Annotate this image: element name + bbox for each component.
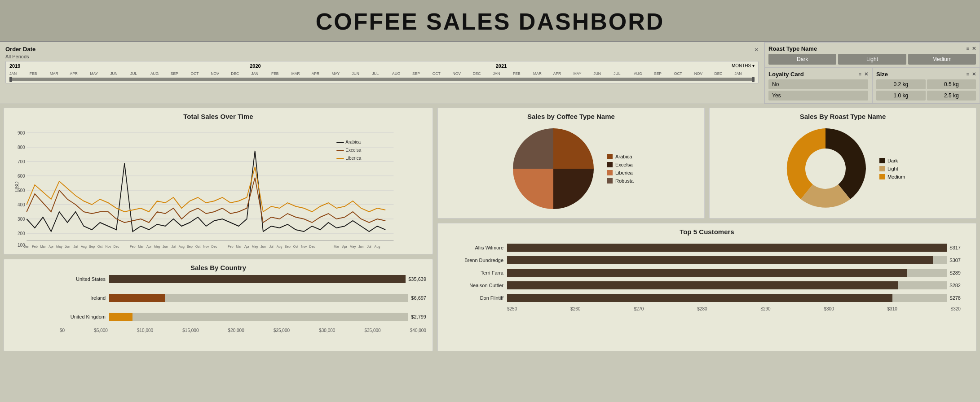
bar-rows: United States $35,639 Ireland $6,697: [60, 275, 426, 325]
svg-text:Jan: Jan: [24, 245, 29, 249]
country-uk-bar: [109, 313, 132, 321]
dashboard-title: COFFEE SALES DASHBORD: [0, 8, 980, 35]
svg-text:Sep: Sep: [187, 245, 193, 249]
svg-text:Oct: Oct: [293, 245, 299, 249]
legend-light: Light: [879, 166, 905, 171]
svg-text:Feb: Feb: [130, 245, 135, 249]
svg-text:Sep: Sep: [89, 245, 95, 249]
svg-text:Jul: Jul: [269, 245, 274, 249]
svg-text:Feb: Feb: [32, 245, 37, 249]
roast-light-btn[interactable]: Light: [838, 54, 906, 65]
roast-pie-title: Sales By Roast Type Name: [716, 113, 970, 120]
svg-text:Mar: Mar: [40, 245, 46, 249]
country-us-bar-bg: [109, 275, 406, 283]
svg-text:300: 300: [18, 216, 25, 222]
size-02-btn[interactable]: 0.2 kg: [876, 79, 926, 89]
svg-text:200: 200: [18, 231, 25, 236]
svg-text:Arabica: Arabica: [345, 139, 361, 145]
all-periods-label: All Periods: [5, 54, 759, 59]
customer-terri-name: Terri Farra: [453, 270, 507, 275]
x-axis-labels: $0 $5,000 $10,000 $15,000 $20,000 $25,00…: [60, 328, 426, 333]
customer-brenn-bar: [507, 256, 933, 264]
loyalty-filter-icon[interactable]: ≡: [859, 71, 861, 77]
size-10-btn[interactable]: 1.0 kg: [876, 91, 926, 100]
size-05-btn[interactable]: 0.5 kg: [927, 79, 976, 89]
medium-label: Medium: [887, 174, 905, 179]
arabica-label: Arabica: [615, 154, 632, 159]
bar-row-uk: United Kingdom $2,799: [60, 313, 426, 321]
roast-pie-area: Dark Light Medium: [716, 124, 970, 214]
svg-text:Jul: Jul: [367, 245, 371, 249]
size-25-btn[interactable]: 2.5 kg: [927, 91, 976, 100]
svg-text:800: 800: [18, 144, 25, 150]
customer-row-nealson: Nealson Cuttler $282: [453, 281, 961, 289]
svg-text:Nov: Nov: [105, 245, 111, 249]
country-us-value: $35,639: [408, 276, 426, 282]
size-label: Size: [876, 71, 888, 78]
roast-medium-btn[interactable]: Medium: [908, 54, 976, 65]
svg-text:Apr: Apr: [49, 245, 54, 249]
slider-right-handle[interactable]: [752, 77, 755, 82]
roast-filter-icon[interactable]: ≡: [967, 46, 969, 52]
months-button[interactable]: MONTHS ▾: [732, 63, 755, 68]
svg-text:Feb: Feb: [228, 245, 233, 249]
size-clear-icon[interactable]: ✕: [972, 71, 976, 77]
svg-text:Nov: Nov: [203, 245, 209, 249]
svg-text:Jun: Jun: [358, 245, 364, 249]
customer-allis-value: $317: [950, 245, 961, 250]
liberica-label: Liberica: [615, 170, 633, 175]
arabica-color: [607, 154, 613, 159]
svg-text:500: 500: [18, 188, 25, 193]
svg-text:Apr: Apr: [342, 245, 348, 249]
customer-row-allis: Allis Wilmore $317: [453, 244, 961, 252]
svg-point-69: [805, 149, 846, 189]
timeline-container: 2019 2020 2021 MONTHS ▾ JANFEBMARAPRMAYJ…: [5, 61, 759, 83]
size-filter-icon[interactable]: ≡: [967, 71, 969, 77]
customer-don-value: $278: [950, 295, 961, 301]
roast-clear-icon[interactable]: ✕: [972, 46, 976, 52]
svg-text:Excelsa: Excelsa: [345, 147, 361, 153]
line-chart-card: Total Sales Over Time USD 900: [4, 108, 433, 254]
top-customers-chart: Allis Wilmore $317 Brenn Dundredge $307: [444, 239, 970, 316]
customer-don-name: Don Flintiff: [453, 295, 507, 301]
size-options: 0.2 kg 0.5 kg 1.0 kg 2.5 kg: [876, 79, 976, 100]
svg-text:400: 400: [18, 202, 25, 208]
dark-label: Dark: [887, 158, 898, 163]
loyalty-card-filter: Loyalty Card ≡ ✕ No Yes: [764, 68, 872, 104]
light-color: [879, 166, 885, 171]
coffee-type-pie-card: Sales by Coffee Type Name: [437, 108, 705, 218]
medium-color: [879, 174, 885, 179]
customer-terri-bar: [507, 269, 907, 277]
country-uk-bar-bg: [109, 313, 408, 321]
timeline-slider[interactable]: [9, 78, 755, 81]
roast-label: Roast Type Name: [768, 45, 817, 52]
loyalty-yes-btn[interactable]: Yes: [768, 91, 868, 100]
svg-text:Jun: Jun: [163, 245, 168, 249]
year-2020: 2020: [250, 63, 260, 69]
bar-row-us: United States $35,639: [60, 275, 426, 283]
svg-text:Oct: Oct: [195, 245, 201, 249]
loyalty-no-btn[interactable]: No: [768, 79, 868, 89]
roast-dark-btn[interactable]: Dark: [768, 54, 836, 65]
svg-text:Aug: Aug: [277, 245, 283, 249]
slider-left-handle[interactable]: [9, 77, 12, 82]
svg-text:700: 700: [18, 159, 25, 165]
svg-text:May: May: [252, 245, 258, 249]
top-customers-title: Top 5 Customers: [444, 228, 970, 236]
svg-text:Aug: Aug: [375, 245, 380, 249]
svg-text:Dec: Dec: [114, 245, 119, 249]
country-ireland-value: $6,697: [411, 295, 426, 301]
svg-text:Jun: Jun: [65, 245, 70, 249]
filter-clear-icon[interactable]: ✕: [754, 47, 759, 53]
order-date-filter: Order Date ✕ All Periods 2019 2020 2021 …: [0, 42, 764, 104]
year-2021: 2021: [496, 63, 507, 69]
svg-rect-64: [336, 150, 344, 151]
customer-terri-bar-bg: [507, 269, 947, 277]
svg-text:Apr: Apr: [244, 245, 250, 249]
customer-brenn-bar-bg: [507, 256, 947, 264]
customer-nealson-value: $282: [950, 283, 961, 288]
customer-don-bar-bg: [507, 294, 947, 302]
customer-row-terri: Terri Farra $289: [453, 269, 961, 277]
coffee-pie-svg: [508, 124, 598, 214]
loyalty-clear-icon[interactable]: ✕: [864, 71, 868, 77]
